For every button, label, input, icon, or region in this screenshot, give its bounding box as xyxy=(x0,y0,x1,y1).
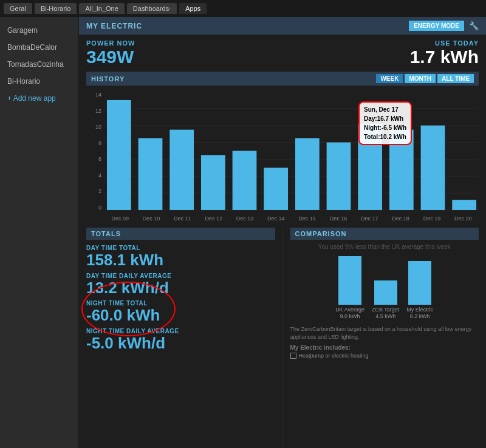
y-axis-labels: 14 12 10 8 6 4 2 0 xyxy=(86,92,103,211)
x-label-dec16: Dec 16 xyxy=(330,216,347,222)
use-today-group: USE TODAY 1.7 kWh xyxy=(410,39,479,67)
checkbox-heatpump: Heatpump or electric heating xyxy=(290,353,479,359)
power-now-value: 349W xyxy=(86,47,135,67)
svg-rect-8 xyxy=(107,100,131,210)
tab-all-in-one[interactable]: All_In_One xyxy=(79,3,124,14)
x-label-dec18: Dec 18 xyxy=(392,216,409,222)
top-navigation: Geral Bi-Horario All_In_One Dashboards· … xyxy=(0,0,486,17)
power-section: POWER NOW 349W USE TODAY 1.7 kWh xyxy=(79,35,486,69)
x-label-dec20: Dec 20 xyxy=(454,216,472,222)
y-label-2: 2 xyxy=(98,188,101,194)
x-label-dec13: Dec 13 xyxy=(236,216,254,222)
add-new-app-button[interactable]: + Add new app xyxy=(0,90,78,107)
y-label-8: 8 xyxy=(98,140,101,146)
bar-chart-svg xyxy=(104,92,479,211)
night-avg-value: -5.0 kWh/d xyxy=(86,334,275,352)
bar-group-my-electric: My Electric8.2 kWh xyxy=(406,261,433,321)
tooltip-day: Day:16.7 kWh xyxy=(364,114,406,123)
svg-rect-12 xyxy=(233,151,257,209)
tooltip-night: Night:-6.5 kWh xyxy=(364,123,406,132)
use-today-label: USE TODAY xyxy=(410,39,479,47)
x-label-dec17: Dec 17 xyxy=(361,216,378,222)
night-total-value: -60.0 kWh xyxy=(86,307,275,324)
history-section: HISTORY WEEK MONTH ALL TIME 14 12 10 8 6… xyxy=(79,69,486,228)
tab-geral[interactable]: Geral xyxy=(4,3,32,14)
header-bar: MY ELECTRIC ENERGY MODE 🔧 xyxy=(79,17,486,35)
comparison-summary: You used 9% less than the UK average thi… xyxy=(290,243,479,250)
heatpump-checkbox[interactable] xyxy=(290,353,296,359)
energy-mode-button[interactable]: ENERGY MODE xyxy=(409,21,464,31)
bar-group-zcb-target: ZCB Target4.5 kWh xyxy=(372,280,399,321)
svg-rect-15 xyxy=(327,143,351,210)
history-title: HISTORY xyxy=(91,75,125,83)
month-button[interactable]: MONTH xyxy=(405,74,436,83)
x-label-dec14: Dec 14 xyxy=(267,216,285,222)
y-label-10: 10 xyxy=(95,124,101,130)
y-label-0: 0 xyxy=(98,205,101,211)
day-total-value: 158.1 kWh xyxy=(86,251,275,269)
svg-rect-10 xyxy=(169,130,194,210)
bar-group-uk-average: UK Average9.0 kWh xyxy=(335,256,364,321)
use-today-value: 1.7 kWh xyxy=(410,47,479,67)
x-label-dec19: Dec 19 xyxy=(423,216,441,222)
x-label-dec12: Dec 12 xyxy=(205,216,222,222)
comparison-panel: COMPARISON You used 9% less than the UK … xyxy=(282,228,487,448)
tab-apps[interactable]: Apps xyxy=(179,3,207,14)
tab-dashboards[interactable]: Dashboards· xyxy=(127,3,177,14)
day-avg-label: DAY TIME DAILY AVERAGE xyxy=(86,273,275,279)
bottom-panels: TOTALS DAY TIME TOTAL 158.1 kWh DAY TIME… xyxy=(79,228,486,448)
all-time-button[interactable]: ALL TIME xyxy=(437,74,474,83)
bar-zcb-target xyxy=(374,280,397,305)
svg-rect-18 xyxy=(421,126,445,210)
page-title: MY ELECTRIC xyxy=(86,22,142,30)
y-label-14: 14 xyxy=(95,92,101,98)
history-chart: 14 12 10 8 6 4 2 0 xyxy=(86,89,479,223)
comparison-bars: UK Average9.0 kWh ZCB Target4.5 kWh My E… xyxy=(290,254,479,321)
sidebar-item-bomba-de-calor[interactable]: BombaDeCalor xyxy=(0,39,78,56)
sidebar-item-garagem[interactable]: Garagem xyxy=(0,22,78,39)
sidebar-item-bi-horario[interactable]: Bi-Horario xyxy=(0,73,78,90)
x-label-dec11: Dec 11 xyxy=(174,216,191,222)
power-now-label: POWER NOW xyxy=(86,39,135,47)
y-label-6: 6 xyxy=(98,156,101,162)
comparison-footer-text: The ZeroCarbonBritain target is based on… xyxy=(290,325,479,341)
svg-rect-14 xyxy=(295,138,320,210)
y-label-12: 12 xyxy=(95,108,101,114)
history-section-header: HISTORY WEEK MONTH ALL TIME xyxy=(86,72,479,86)
x-label-dec09: Dec 09 xyxy=(111,216,129,222)
x-label-dec15: Dec 15 xyxy=(298,216,316,222)
bar-label-zcb-target: ZCB Target4.5 kWh xyxy=(372,307,399,321)
tooltip-date: Sun, Dec 17 xyxy=(364,105,406,114)
sidebar: Garagem BombaDeCalor TomadasCozinha Bi-H… xyxy=(0,17,79,448)
svg-rect-9 xyxy=(139,138,163,210)
bar-label-uk-average: UK Average9.0 kWh xyxy=(335,307,364,321)
y-label-4: 4 xyxy=(98,172,101,178)
bar-label-my-electric: My Electric8.2 kWh xyxy=(406,307,433,321)
bar-my-electric xyxy=(408,261,431,305)
settings-icon[interactable]: 🔧 xyxy=(469,21,479,30)
totals-title: TOTALS xyxy=(86,228,275,240)
comparison-header: COMPARISON xyxy=(290,228,479,240)
svg-rect-19 xyxy=(452,200,476,210)
day-avg-value: 13.2 kWh/d xyxy=(86,279,275,297)
power-now-group: POWER NOW 349W xyxy=(86,39,135,67)
bar-uk-average xyxy=(338,256,361,305)
tab-bi-horario[interactable]: Bi-Horario xyxy=(35,3,77,14)
tooltip-total: Total:10.2 kWh xyxy=(364,132,406,141)
comparison-title: COMPARISON xyxy=(295,230,347,237)
sidebar-item-tomadas-cozinha[interactable]: TomadasCozinha xyxy=(0,56,78,73)
svg-rect-13 xyxy=(264,168,288,210)
heatpump-label: Heatpump or electric heating xyxy=(299,353,369,359)
svg-rect-11 xyxy=(201,155,225,210)
week-button[interactable]: WEEK xyxy=(376,74,403,83)
chart-tooltip: Sun, Dec 17 Day:16.7 kWh Night:-6.5 kWh … xyxy=(358,101,412,145)
my-electric-includes-label: My Electric includes: xyxy=(290,344,479,351)
x-axis-labels: Dec 09 Dec 10 Dec 11 Dec 12 Dec 13 Dec 1… xyxy=(104,216,479,222)
header-right: ENERGY MODE 🔧 xyxy=(409,21,479,31)
totals-panel: TOTALS DAY TIME TOTAL 158.1 kWh DAY TIME… xyxy=(79,228,282,448)
x-label-dec10: Dec 10 xyxy=(143,216,160,222)
main-layout: Garagem BombaDeCalor TomadasCozinha Bi-H… xyxy=(0,17,486,448)
time-buttons: WEEK MONTH ALL TIME xyxy=(376,74,474,83)
content-area: MY ELECTRIC ENERGY MODE 🔧 POWER NOW 349W… xyxy=(79,17,486,448)
